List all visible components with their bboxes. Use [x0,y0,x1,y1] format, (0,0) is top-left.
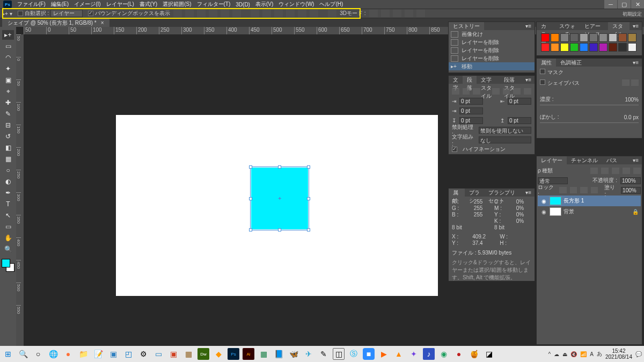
explorer-icon[interactable]: 📁 [77,348,89,360]
mojikumi-dropdown[interactable]: なし [479,136,531,143]
brush-tool[interactable]: ✎ [2,109,14,119]
menu-help[interactable]: ヘルプ(H) [319,1,343,8]
wand-tool[interactable]: ✦ [2,64,14,74]
app-icon[interactable]: ♪ [423,348,435,360]
sublime-icon[interactable]: ◆ [213,348,224,360]
outlook-icon[interactable]: ◰ [122,348,134,360]
show-bbox-checkbox[interactable] [88,11,93,16]
tray-weather-icon[interactable]: ☁ [554,351,559,357]
menu-view[interactable]: 表示(V) [255,1,273,8]
history-item[interactable]: レイヤーを削除 [449,38,535,46]
parastyle-tab[interactable]: 段落スタイル [500,76,523,84]
swatch[interactable] [599,33,608,42]
tray-eject-icon[interactable]: ⏏ [562,351,567,357]
menu-layer[interactable]: レイヤー(L) [106,1,134,8]
lock-icon[interactable] [570,187,577,193]
transform-center[interactable]: ✦ [277,197,282,201]
heal-tool[interactable]: ✚ [2,98,14,107]
swatch[interactable] [618,33,627,42]
minimize-button[interactable]: ─ [604,0,617,9]
swatch-tab[interactable]: スウォッチ [555,22,580,30]
color-swatch[interactable] [2,259,14,272]
dodge-tool[interactable]: ◐ [2,177,14,186]
visibility-icon[interactable]: ◉ [540,209,547,215]
record-icon[interactable]: ● [453,348,465,360]
3d-icon[interactable] [416,10,425,17]
distribute-icon[interactable] [262,10,271,17]
transform-box[interactable]: ✦ [250,166,309,230]
filter-icon[interactable] [590,168,598,174]
3d-icon[interactable] [393,10,401,17]
swatch[interactable] [551,33,559,42]
workspace-switcher[interactable]: 初期設定 [623,11,642,18]
swatch[interactable] [541,43,550,52]
cortana-icon[interactable]: ○ [32,348,44,360]
app-icon[interactable]: ✈ [303,348,314,360]
distribute-icon[interactable] [251,10,259,17]
swatch[interactable] [628,33,636,42]
lock-icon[interactable] [559,187,567,193]
swatch[interactable] [580,33,588,42]
layer-thumbnail[interactable] [550,207,561,216]
menu-3d[interactable]: 3D(D) [236,2,250,8]
align-icon[interactable] [173,10,182,17]
chrome-icon[interactable]: 🌐 [47,348,59,360]
distribute-icon[interactable] [310,10,318,17]
auto-select-checkbox[interactable] [18,11,23,16]
clone-tab[interactable]: ヒアーソース [580,22,608,30]
tray-volume-icon[interactable]: 🔇 [570,351,577,357]
history-item[interactable]: レイヤーを削除 [449,54,535,62]
marquee-tool[interactable]: ▭ [2,41,14,51]
foreground-color[interactable] [2,259,10,267]
prop-icon[interactable] [622,79,630,86]
tray-ime-mode-icon[interactable]: あ [597,350,602,358]
indent-first-field[interactable]: 0 pt [459,107,483,114]
start-button[interactable]: ⊞ [2,348,14,360]
menu-image[interactable]: イメージ(I) [74,1,100,8]
app-icon[interactable]: ◫ [333,348,345,360]
path-tool[interactable]: ↖ [2,211,14,220]
justify-icon[interactable] [524,88,531,95]
dreamweaver-icon[interactable]: Dw [197,348,209,360]
hand-tool[interactable]: ✋ [2,233,14,243]
auto-select-dropdown[interactable]: レイヤー [50,10,83,17]
indent-left-field[interactable]: 0 pt [459,98,483,105]
swatch[interactable] [609,43,617,52]
settings-icon[interactable]: ⚙ [137,348,149,360]
menu-file[interactable]: ファイル(F) [17,1,46,8]
info-tab[interactable]: 属性 [449,189,465,197]
history-item[interactable]: レイヤーを削除 [449,46,535,54]
eraser-tool[interactable]: ◧ [2,143,14,153]
hyphen-checkbox[interactable] [452,147,457,152]
app-icon[interactable]: ✎ [318,348,330,360]
arrange-icon[interactable] [328,10,336,17]
align-icon[interactable] [185,10,194,17]
swatch[interactable] [589,33,598,42]
text-tool[interactable]: T [2,199,14,209]
app-icon[interactable]: 🦋 [288,348,299,360]
swatch[interactable] [570,33,579,42]
handle-e[interactable] [307,197,310,200]
3d-icon[interactable] [405,10,413,17]
app-icon[interactable]: 🍯 [468,348,480,360]
align-icon[interactable] [232,10,241,17]
filter-icon[interactable] [601,168,609,174]
swatch[interactable] [609,33,617,42]
properties-tab[interactable]: 属性 [537,59,556,67]
align-right-icon[interactable] [473,88,480,95]
photoshop-icon[interactable]: Ps [228,348,239,360]
justify-icon[interactable] [492,88,500,95]
history-brush-tool[interactable]: ↺ [2,132,14,141]
handle-sw[interactable] [249,228,252,231]
filter-icon[interactable] [633,168,641,174]
firefox-icon[interactable]: ● [62,348,74,360]
swatch[interactable] [599,43,608,52]
distribute-icon[interactable] [274,10,283,17]
app-icon[interactable]: ◉ [438,348,450,360]
3d-icon[interactable] [369,10,378,17]
pen-tool[interactable]: ✒ [2,188,14,198]
brush-tab[interactable]: ブラシ [465,189,485,197]
kinsoku-dropdown[interactable]: 禁則を使用しない [479,127,531,134]
paragraph-tab[interactable]: 段落 [463,76,477,84]
filter-icon[interactable] [612,168,619,174]
